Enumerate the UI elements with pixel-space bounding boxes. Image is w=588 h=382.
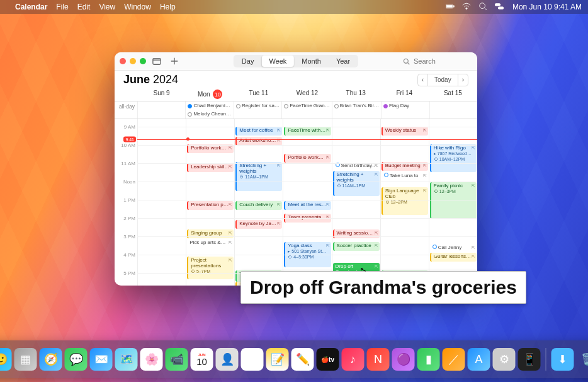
menu-file[interactable]: File (56, 3, 68, 11)
allday-event[interactable]: Flag Day (382, 102, 428, 110)
dock-appstore[interactable]: A (468, 348, 490, 371)
event[interactable]: Portfolio work…⇱ (187, 144, 234, 153)
allday-event[interactable]: Melody Cheun… (186, 110, 232, 118)
event[interactable]: Send birthday…⇱ (333, 162, 380, 170)
menu-view[interactable]: View (99, 3, 115, 11)
day-header: Thu 13 (332, 88, 380, 101)
event[interactable]: Call Jenny⇱ (430, 244, 477, 252)
col-sun[interactable] (137, 119, 186, 286)
dock-settings[interactable]: ⚙︎ (493, 348, 516, 371)
event[interactable]: Hike with Rigo▸ 7867 Redwood…⏲ 10AM–12PM… (430, 144, 477, 172)
event[interactable]: Meet for coffee⇱ (235, 127, 282, 136)
today-button[interactable]: Today (427, 74, 458, 86)
allday-sun[interactable] (137, 101, 185, 119)
dock-contacts[interactable]: 👤 (216, 348, 239, 371)
allday-fri[interactable]: Flag Day (381, 101, 429, 119)
dock-maps[interactable]: 🗺️ (115, 348, 138, 371)
calendars-sidebar-icon[interactable] (150, 55, 164, 67)
event[interactable]: Soccer practice⇱ (333, 242, 380, 251)
minimize-button[interactable] (130, 58, 136, 64)
dock-podcasts[interactable]: 🟣 (392, 348, 415, 371)
event[interactable]: Yoga class▸ 501 Stanyan St…⏲ 4–5:30PM⇱ (284, 242, 331, 267)
hour-label: 1 PM (123, 197, 135, 203)
dock-calendar[interactable]: JUN10 (191, 348, 213, 371)
dock-safari[interactable]: 🧭 (40, 348, 62, 371)
dock-finder[interactable]: 🙂 (0, 348, 12, 371)
dock-reminders[interactable]: ☰ (241, 348, 264, 371)
event[interactable]: Writing sessio…⇱ (333, 229, 380, 238)
event[interactable]: Budget meeting⇱ (382, 162, 428, 171)
menu-edit[interactable]: Edit (77, 3, 91, 11)
event[interactable]: Guitar lessons…⇱ (430, 253, 477, 262)
col-wed[interactable]: FaceTime with…⇱Portfolio work…⇱Meet at t… (283, 119, 331, 286)
allday-mon[interactable]: Chad Benjami…Melody Cheun… (185, 101, 233, 119)
menubar-clock[interactable]: Mon Jun 10 9:41 AM (512, 3, 582, 11)
col-tue[interactable]: Meet for coffee⇱Artist worksho…⇱Stretchi… (234, 119, 283, 286)
svg-line-13 (408, 62, 410, 64)
event[interactable]: Keynote by Ja…⇱ (235, 220, 282, 229)
event[interactable]: Portfolio work…⇱ (284, 154, 331, 163)
view-year[interactable]: Year (329, 55, 358, 67)
spotlight-icon[interactable] (478, 2, 487, 13)
event[interactable]: Stretching + weights⏲ 11AM–1PM⇱ (235, 162, 282, 191)
event[interactable]: Family picnic⏲ 12–3PM⇱ (430, 182, 477, 219)
allday-event[interactable]: Register for sa… (235, 102, 281, 110)
dock-notes[interactable]: 📝 (266, 348, 289, 371)
event[interactable]: Take Luna to th…⇱ (382, 172, 428, 180)
col-fri[interactable]: Weekly status⇱Budget meeting⇱Take Luna t… (380, 119, 429, 286)
dock-trash[interactable]: 🗑️ (577, 348, 589, 371)
event[interactable]: FaceTime with…⇱ (284, 127, 331, 136)
battery-icon[interactable] (446, 2, 455, 13)
fullscreen-button[interactable] (140, 58, 146, 64)
search-field[interactable] (403, 57, 472, 66)
allday-event[interactable]: Chad Benjami… (186, 102, 232, 110)
event[interactable]: Leadership skil…⇱ (187, 163, 234, 172)
dock-freeform[interactable]: ✏️ (291, 348, 314, 371)
dock-tv[interactable]: 🍎tv (317, 348, 339, 371)
next-week-button[interactable]: › (458, 74, 468, 86)
event[interactable]: Team presenta…⇱ (284, 214, 331, 223)
event[interactable]: Weekly status⇱ (382, 127, 428, 136)
add-event-icon[interactable] (167, 55, 181, 67)
menu-window[interactable]: Window (124, 3, 151, 11)
event[interactable]: Singing group⇱ (187, 229, 234, 238)
allday-sat[interactable] (429, 101, 477, 119)
search-input[interactable] (412, 57, 465, 66)
app-menu[interactable]: Calendar (15, 3, 47, 11)
dock-facetime[interactable]: 📹 (166, 348, 188, 371)
event[interactable]: Stretching + weights⏲ 11AM–1PM⇱ (333, 171, 380, 196)
event[interactable]: Couch delivery⇱ (235, 201, 282, 210)
col-mon[interactable]: Portfolio work…⇱Leadership skil…⇱Present… (186, 119, 234, 286)
allday-event[interactable]: Brian Tran's Bir… (333, 102, 380, 110)
prev-week-button[interactable]: ‹ (417, 74, 427, 86)
dock-pages[interactable]: ／ (443, 348, 465, 371)
allday-event[interactable]: FaceTime Gran… (283, 102, 331, 110)
allday-wed[interactable]: FaceTime Gran… (281, 101, 331, 119)
allday-tue[interactable]: Register for sa… (234, 101, 281, 119)
menu-help[interactable]: Help (160, 3, 176, 11)
close-button[interactable] (120, 58, 126, 64)
event[interactable]: Presentation p…⇱ (187, 201, 234, 210)
event[interactable]: Project presentations⏲ 5–7PM⇱ (187, 257, 234, 279)
col-sat[interactable]: Hike with Rigo▸ 7867 Redwood…⏲ 10AM–12PM… (429, 119, 477, 286)
dock-photos[interactable]: 🌸 (140, 348, 163, 371)
event[interactable]: Pick up arts &…⇱ (187, 239, 234, 246)
dock-downloads[interactable]: ⬇︎ (551, 348, 574, 371)
dock-mail[interactable]: ✉️ (90, 348, 113, 371)
dock-messages[interactable]: 💬 (65, 348, 88, 371)
dock-news[interactable]: N (367, 348, 390, 371)
dock-numbers[interactable]: ▮ (417, 348, 440, 371)
event[interactable]: Meet at the res…⇱ (284, 201, 331, 210)
dock-iphone-mirroring[interactable]: 📱 (518, 348, 541, 371)
control-center-icon[interactable] (495, 2, 504, 13)
allday-thu[interactable]: Brian Tran's Bir… (332, 101, 381, 119)
event[interactable]: Artist worksho…⇱ (235, 137, 282, 146)
view-month[interactable]: Month (294, 55, 329, 67)
event[interactable]: Sign Language Club⏲ 12–2PM⇱ (382, 187, 428, 215)
col-thu[interactable]: Send birthday…⇱Stretching + weights⏲ 11A… (332, 119, 380, 286)
view-day[interactable]: Day (234, 55, 262, 67)
wifi-icon[interactable] (462, 2, 471, 13)
dock-music[interactable]: ♪ (342, 348, 365, 371)
dock-launchpad[interactable]: ▦ (14, 348, 37, 371)
view-week[interactable]: Week (261, 55, 294, 67)
